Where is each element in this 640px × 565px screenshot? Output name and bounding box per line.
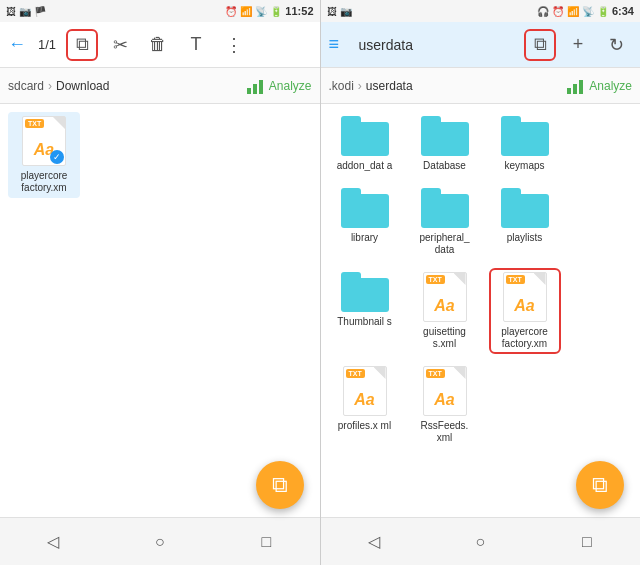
- left-top-bar: ← 1/1 ⧉ ✂ 🗑 T ⋮: [0, 22, 320, 68]
- left-analyze-button[interactable]: Analyze: [247, 78, 312, 94]
- right-top-bar: ≡ userdata ⧉ + ↻: [321, 22, 641, 68]
- left-rename-button[interactable]: T: [180, 29, 212, 61]
- folder-icon: [501, 188, 549, 228]
- right-recents-nav[interactable]: □: [571, 526, 603, 558]
- list-item[interactable]: keymaps: [489, 112, 561, 176]
- left-fab[interactable]: ⧉: [256, 461, 304, 509]
- right-file-grid: addon_dat a Database keymaps: [329, 112, 633, 448]
- left-breadcrumb-root[interactable]: sdcard: [8, 79, 44, 93]
- right-refresh-button[interactable]: ↻: [600, 29, 632, 61]
- aa-text: Aa: [514, 297, 534, 315]
- right-title: userdata: [359, 37, 413, 53]
- list-item[interactable]: TXT Aa ✓ playercore factory.xm: [8, 112, 80, 198]
- left-status-icons: 🖼 📷 🏴: [6, 6, 46, 17]
- list-item[interactable]: peripheral_ data: [409, 184, 481, 260]
- left-status-bar: 🖼 📷 🏴 ⏰ 📶 📡 🔋 11:52: [0, 0, 320, 22]
- right-menu-button[interactable]: ≡: [329, 34, 353, 55]
- right-rssfeeds-icon: TXT Aa: [423, 366, 467, 416]
- folder-icon: [341, 116, 389, 156]
- right-analyze-button[interactable]: Analyze: [567, 78, 632, 94]
- signal-icon: 📡: [255, 6, 267, 17]
- file-label: RssFeeds. xml: [413, 420, 477, 444]
- check-overlay: ✓: [50, 150, 64, 164]
- left-file-icon-wrapper: TXT Aa ✓: [22, 116, 66, 166]
- folder-label: playlists: [507, 232, 543, 244]
- list-item[interactable]: Thumbnail s: [329, 268, 401, 354]
- right-breadcrumb-current[interactable]: userdata: [366, 79, 413, 93]
- left-panel: 🖼 📷 🏴 ⏰ 📶 📡 🔋 11:52 ← 1/1 ⧉ ✂ 🗑 T ⋮ sdca…: [0, 0, 320, 565]
- right-signal-icon: 📡: [582, 6, 594, 17]
- wifi-icon: 📶: [240, 6, 252, 17]
- folder-label: Database: [423, 160, 466, 172]
- right-status-right: 🎧 ⏰ 📶 📡 🔋 6:34: [537, 5, 634, 17]
- file-label: profiles.x ml: [338, 420, 391, 432]
- right-add-button[interactable]: +: [562, 29, 594, 61]
- left-analyze-icon: [247, 78, 265, 94]
- left-breadcrumb-sep1: ›: [48, 79, 52, 93]
- left-status-right: ⏰ 📶 📡 🔋 11:52: [225, 5, 313, 17]
- right-status-icons: 🖼 📷: [327, 6, 352, 17]
- left-bottom-nav: ◁ ○ □: [0, 517, 320, 565]
- list-item[interactable]: TXT Aa playercore factory.xm: [489, 268, 561, 354]
- aa-text: Aa: [434, 391, 454, 409]
- list-item[interactable]: playlists: [489, 184, 561, 260]
- folder-body: [341, 194, 389, 228]
- folder-body: [501, 194, 549, 228]
- right-playercore-icon: TXT Aa: [503, 272, 547, 322]
- right-panel: 🖼 📷 🎧 ⏰ 📶 📡 🔋 6:34 ≡ userdata ⧉ + ↻ .kod…: [321, 0, 641, 565]
- right-fab[interactable]: ⧉: [576, 461, 624, 509]
- txt-badge: TXT: [25, 119, 44, 128]
- alarm-icon: ⏰: [225, 6, 237, 17]
- right-home-nav[interactable]: ○: [464, 526, 496, 558]
- right-time: 6:34: [612, 5, 634, 17]
- right-analyze-icon: [567, 78, 585, 94]
- left-back-button[interactable]: ←: [8, 34, 32, 55]
- right-wifi-icon: 📶: [567, 6, 579, 17]
- corner-fold: [454, 367, 466, 379]
- txt-badge: TXT: [506, 275, 525, 284]
- right-guisettings-icon: TXT Aa: [423, 272, 467, 322]
- folder-body: [421, 194, 469, 228]
- right-breadcrumb-sep1: ›: [358, 79, 362, 93]
- left-cut-button[interactable]: ✂: [104, 29, 136, 61]
- left-delete-button[interactable]: 🗑: [142, 29, 174, 61]
- list-item[interactable]: TXT Aa RssFeeds. xml: [409, 362, 481, 448]
- folder-icon: [421, 116, 469, 156]
- left-file-area: TXT Aa ✓ playercore factory.xm: [0, 104, 320, 517]
- list-item[interactable]: addon_dat a: [329, 112, 401, 176]
- folder-label: library: [351, 232, 378, 244]
- left-file-grid: TXT Aa ✓ playercore factory.xm: [8, 112, 312, 198]
- right-back-nav[interactable]: ◁: [358, 526, 390, 558]
- right-bottom-nav: ◁ ○ □: [321, 517, 641, 565]
- camera-icon: 📷: [19, 6, 31, 17]
- folder-icon: [501, 116, 549, 156]
- list-item[interactable]: TXT Aa guisetting s.xml: [409, 268, 481, 354]
- list-item[interactable]: library: [329, 184, 401, 260]
- folder-label: addon_dat a: [337, 160, 393, 172]
- left-home-nav[interactable]: ○: [144, 526, 176, 558]
- right-battery-icon: 🔋: [597, 6, 609, 17]
- right-file-area: addon_dat a Database keymaps: [321, 104, 641, 517]
- list-item[interactable]: TXT Aa profiles.x ml: [329, 362, 401, 448]
- left-recents-nav[interactable]: □: [250, 526, 282, 558]
- folder-body: [501, 122, 549, 156]
- list-item[interactable]: Database: [409, 112, 481, 176]
- folder-body: [341, 278, 389, 312]
- corner-fold: [53, 117, 65, 129]
- right-camera-icon: 📷: [340, 6, 352, 17]
- txt-badge: TXT: [426, 275, 445, 284]
- right-breadcrumb: .kodi › userdata Analyze: [321, 68, 641, 104]
- right-headphone-icon: 🎧: [537, 6, 549, 17]
- flag-icon: 🏴: [34, 6, 46, 17]
- left-back-nav[interactable]: ◁: [37, 526, 69, 558]
- right-alarm-icon: ⏰: [552, 6, 564, 17]
- left-file-label: playercore factory.xm: [12, 170, 76, 194]
- left-more-button[interactable]: ⋮: [218, 29, 250, 61]
- folder-icon: [421, 188, 469, 228]
- txt-badge: TXT: [346, 369, 365, 378]
- right-breadcrumb-root[interactable]: .kodi: [329, 79, 354, 93]
- left-copy-button[interactable]: ⧉: [66, 29, 98, 61]
- left-breadcrumb-current[interactable]: Download: [56, 79, 109, 93]
- corner-fold: [534, 273, 546, 285]
- right-copy-button[interactable]: ⧉: [524, 29, 556, 61]
